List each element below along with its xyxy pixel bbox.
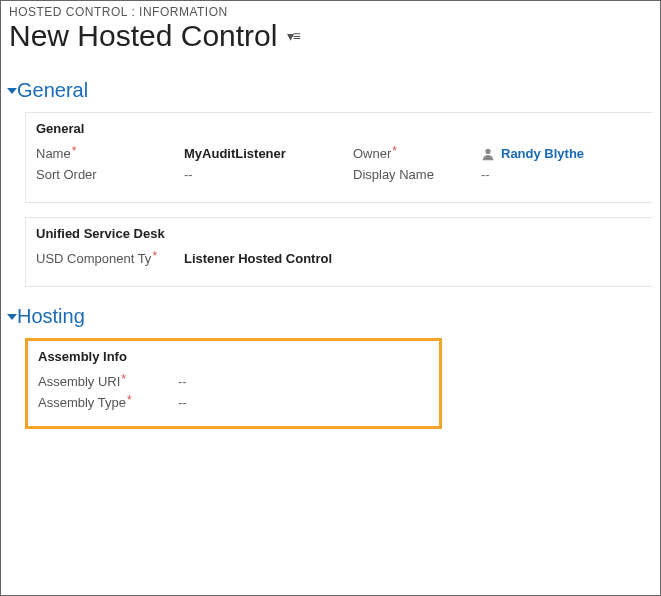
- value-assembly-type[interactable]: --: [178, 395, 429, 410]
- owner-name-link[interactable]: Randy Blythe: [501, 146, 584, 161]
- section-title-general: General: [17, 79, 88, 102]
- label-display-name: Display Name: [353, 167, 473, 182]
- label-name-text: Name: [36, 146, 71, 161]
- required-asterisk-icon: *: [392, 144, 397, 158]
- svg-point-0: [485, 148, 490, 153]
- section-title-hosting: Hosting: [17, 305, 85, 328]
- caret-down-icon: [7, 314, 17, 320]
- value-name[interactable]: MyAuditListener: [184, 146, 345, 161]
- field-grid-usd: USD Component Ty* Listener Hosted Contro…: [36, 251, 642, 266]
- section-general: General General Name* MyAuditListener Ow…: [1, 79, 660, 287]
- panel-usd: Unified Service Desk USD Component Ty* L…: [25, 217, 652, 287]
- label-assembly-uri-text: Assembly URI: [38, 374, 120, 389]
- label-owner: Owner*: [353, 146, 473, 161]
- panel-title-usd: Unified Service Desk: [36, 226, 642, 241]
- panel-title-general: General: [36, 121, 642, 136]
- section-header-hosting[interactable]: Hosting: [9, 305, 652, 328]
- field-grid-general: Name* MyAuditListener Owner* Randy Blyth…: [36, 146, 642, 182]
- panel-assembly-info-highlight: Assembly Info Assembly URI* -- Assembly …: [25, 338, 442, 429]
- label-component-type-text: USD Component Ty: [36, 251, 151, 266]
- value-assembly-uri[interactable]: --: [178, 374, 429, 389]
- label-owner-text: Owner: [353, 146, 391, 161]
- caret-down-icon: [7, 88, 17, 94]
- label-sort-order: Sort Order: [36, 167, 176, 182]
- label-name: Name*: [36, 146, 176, 161]
- field-grid-assembly: Assembly URI* -- Assembly Type* --: [38, 374, 429, 410]
- form-page: HOSTED CONTROL : INFORMATION New Hosted …: [0, 0, 661, 596]
- section-header-general[interactable]: General: [9, 79, 652, 102]
- title-dropdown-icon[interactable]: ▾≡: [287, 28, 298, 44]
- value-component-type[interactable]: Listener Hosted Control: [184, 251, 642, 266]
- required-asterisk-icon: *: [121, 372, 126, 386]
- required-asterisk-icon: *: [72, 144, 77, 158]
- section-hosting: Hosting Assembly Info Assembly URI* -- A…: [1, 305, 660, 429]
- value-owner[interactable]: Randy Blythe: [481, 146, 642, 161]
- value-display-name[interactable]: --: [481, 167, 642, 182]
- panel-title-assembly: Assembly Info: [38, 349, 429, 364]
- breadcrumb: HOSTED CONTROL : INFORMATION: [1, 1, 660, 19]
- label-assembly-type: Assembly Type*: [38, 395, 178, 410]
- required-asterisk-icon: *: [152, 249, 157, 263]
- page-title: New Hosted Control: [9, 19, 277, 53]
- title-row: New Hosted Control ▾≡: [1, 19, 660, 61]
- person-icon: [481, 147, 495, 161]
- label-assembly-type-text: Assembly Type: [38, 395, 126, 410]
- label-assembly-uri: Assembly URI*: [38, 374, 178, 389]
- panel-general: General Name* MyAuditListener Owner* Ran…: [25, 112, 652, 203]
- label-component-type: USD Component Ty*: [36, 251, 176, 266]
- required-asterisk-icon: *: [127, 393, 132, 407]
- value-sort-order[interactable]: --: [184, 167, 345, 182]
